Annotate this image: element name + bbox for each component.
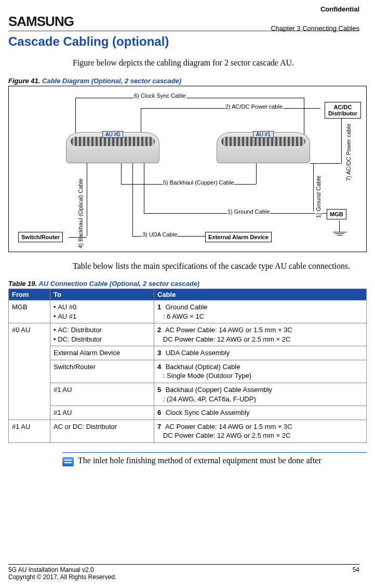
table-row: #1 AU AC or DC: Distributor 7 AC Power C… [9, 420, 367, 442]
th-to: To [50, 289, 154, 300]
cell-cable: 5 Backhaul (Copper) Cable Assembly : (24… [154, 383, 367, 406]
table-row: External Alarm Device 3 UDA Cable Assemb… [9, 346, 367, 360]
table-header-row: From To Cable [9, 289, 367, 300]
diagram-line [132, 163, 133, 236]
footer-page-number: 54 [353, 566, 359, 581]
page-footer: 5G AU Installation Manual v2.0 Copyright… [8, 564, 359, 581]
table-prefix: Table 19. [8, 280, 38, 288]
diagram-line [75, 98, 76, 137]
diagram-line [256, 163, 257, 184]
cell-cable: 7 AC Power Cable: 14 AWG or 1.5 mm × 3C … [154, 420, 367, 442]
table-title: AU Connection Cable (Optional, 2 sector … [38, 280, 199, 288]
box-external-alarm: External Alarm Device [205, 232, 272, 242]
cable-diagram: 6) Clock Sync Cable 2) AC/DC Power cable… [8, 86, 367, 252]
table-caption: Table 19. AU Connection Cable (Optional,… [8, 280, 359, 288]
tag-au0: AU #0 [102, 131, 123, 138]
label-clock-sync: 6) Clock Sync Cable [133, 93, 186, 99]
footer-left: 5G AU Installation Manual v2.0 Copyright… [8, 566, 116, 581]
table-row: Switch/Router 4 Backhaul (Optical) Cable… [9, 360, 367, 383]
table-row: #1 AU 5 Backhaul (Copper) Cable Assembly… [9, 383, 367, 406]
box-mgb: MGB [327, 209, 346, 219]
tag-au1: AU #1 [253, 131, 274, 138]
intro-text: Figure below depicts the cabling diagram… [73, 57, 359, 69]
figure-title: Cable Diagram (Optional, 2 sector cascad… [42, 77, 181, 85]
note-block: The inlet hole finishing method of exter… [62, 456, 359, 466]
to-item: AC: Distributor [53, 325, 151, 335]
label-backhaul-optical: 4) Backhaul (Optical) Cable [77, 177, 84, 250]
cell-to: #1 AU [50, 406, 154, 420]
chapter-label: Chapter 3 Connecting Cables [271, 24, 359, 32]
unit-au0: AU #0 [66, 132, 159, 163]
cell-cable: 4 Backhaul (Optical) Cable : Single Mode… [154, 360, 367, 383]
table-row: #1 AU 6 Clock Sync Cable Assembly [9, 406, 367, 420]
cell-to: AC: Distributor DC: Distributor [50, 323, 154, 346]
label-acdc-power-2: 2) AC/DC Power cable [225, 103, 283, 110]
diagram-line [144, 163, 144, 213]
page-header-right: Confidential Chapter 3 Connecting Cables [271, 5, 359, 32]
cell-to: External Alarm Device [50, 346, 154, 360]
diagram-line [121, 163, 122, 184]
cell-cable: 2 AC Power Cable: 14 AWG or 1.5 mm × 3C … [154, 323, 367, 346]
diagram-line [75, 98, 304, 98]
table-row: #0 AU AC: Distributor DC: Distributor 2 … [9, 323, 367, 346]
label-backhaul-copper: 5) Backhaul (Copper) Cable [163, 179, 234, 186]
ground-symbol-icon [333, 232, 346, 236]
cell-to: Switch/Router [50, 360, 154, 383]
cell-to: AU #0 AU #1 [50, 300, 154, 323]
cell-from: #0 AU [9, 323, 50, 420]
cell-from: #1 AU [9, 420, 50, 442]
note-icon [62, 457, 74, 466]
diagram-line [69, 237, 87, 238]
diagram-line [87, 163, 87, 236]
cell-from: MGB [9, 300, 50, 323]
diagram-line [304, 98, 304, 137]
confidential-label: Confidential [271, 5, 359, 13]
to-item: DC: Distributor [53, 335, 151, 344]
box-acdc-distributor: AC/DC Distributor [325, 102, 361, 119]
label-acdc-power-7: 7) AC/DC Power cable [345, 123, 352, 182]
figure-caption: Figure 41. Cable Diagram (Optional, 2 se… [8, 77, 359, 85]
diagram-line [341, 119, 342, 163]
cell-cable: 3 UDA Cable Assembly [154, 346, 367, 360]
diagram-line [310, 163, 341, 164]
cell-cable: 6 Clock Sync Cable Assembly [154, 406, 367, 420]
section-title: Cascade Cabling (optional) [8, 34, 359, 49]
label-uda-cable: 3) UDA Cable [142, 231, 178, 238]
th-from: From [9, 289, 50, 300]
cell-to: AC or DC: Distributor [50, 420, 154, 442]
footer-copyright: Copyright © 2017, All Rights Reserved. [8, 573, 116, 581]
to-item: AU #1 [53, 312, 151, 321]
figure-prefix: Figure 41. [8, 77, 42, 85]
unit-au1: AU #1 [217, 132, 310, 163]
box-switch-router: Switch/Router [18, 232, 63, 242]
cell-cable: 1 Ground Cable : 6 AWG × 1C [154, 300, 367, 323]
label-ground-cable-h: 1) Ground Cable [227, 208, 270, 215]
connection-table: From To Cable MGB AU #0 AU #1 1 Ground C… [8, 289, 367, 443]
footer-manual: 5G AU Installation Manual v2.0 [8, 566, 94, 573]
table-row: MGB AU #0 AU #1 1 Ground Cable : 6 AWG ×… [9, 300, 367, 323]
after-figure-text: Table below lists the main specification… [73, 260, 359, 272]
cell-to: #1 AU [50, 383, 154, 406]
diagram-line [313, 163, 314, 211]
label-ground-cable-v: 1) Ground Cable [315, 175, 322, 219]
diagram-line [339, 220, 340, 232]
note-rule [62, 452, 367, 453]
note-text: The inlet hole finishing method of exter… [78, 456, 322, 465]
th-cable: Cable [154, 289, 367, 300]
to-item: AU #0 [53, 303, 151, 312]
